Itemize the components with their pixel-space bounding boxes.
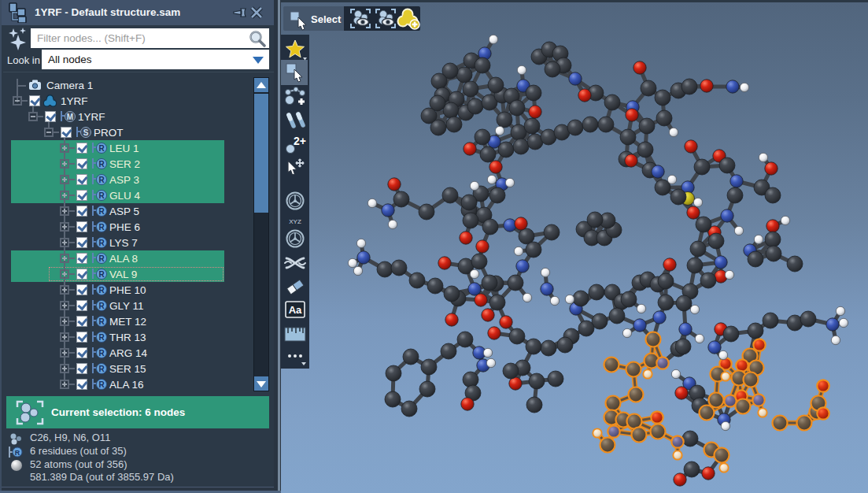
svg-text:R: R <box>15 449 20 457</box>
svg-text:Aa: Aa <box>289 304 302 316</box>
svg-text:XYZ: XYZ <box>289 218 301 225</box>
svg-text:2+: 2+ <box>294 135 306 147</box>
